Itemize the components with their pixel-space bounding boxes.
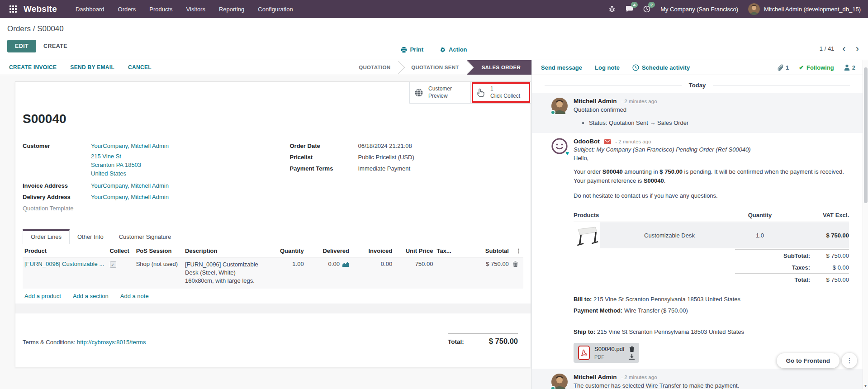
email-paragraph-2: Do not hesitate to contact us if you hav… xyxy=(574,191,849,200)
col-pos-session[interactable]: PoS Session xyxy=(134,244,183,257)
add-note-link[interactable]: Add a note xyxy=(120,293,149,299)
company-switcher[interactable]: My Company (San Francisco) xyxy=(660,6,738,13)
messages-icon[interactable]: 4 xyxy=(626,5,633,13)
go-to-frontend-button[interactable]: Go to Frontend xyxy=(777,353,840,368)
col-product[interactable]: Product xyxy=(23,244,108,257)
terms-link[interactable]: http://cybrosys:8015/terms xyxy=(77,339,146,346)
message-author[interactable]: Mitchell Admin xyxy=(574,98,617,104)
menu-visitors[interactable]: Visitors xyxy=(180,3,212,15)
following-button[interactable]: ✔ Following xyxy=(799,64,834,71)
attachment-download-icon[interactable] xyxy=(629,354,635,360)
tab-other-info[interactable]: Other Info xyxy=(70,229,111,244)
payment-method-value: Wire Transfer ($ 750.00) xyxy=(624,307,688,314)
customer-preview-button[interactable]: Customer Preview xyxy=(410,82,470,103)
col-quantity[interactable]: Quantity xyxy=(265,244,305,257)
field-payment-terms: Payment Terms Immediate Payment xyxy=(290,165,524,172)
step-sales-order[interactable]: SALES ORDER xyxy=(467,60,531,75)
click-collect-button[interactable]: 1 Click Collect xyxy=(470,82,531,103)
attachment-delete-icon[interactable] xyxy=(629,346,635,352)
col-collect[interactable]: Collect xyxy=(108,244,134,257)
email-products-table: Products Quantity VAT Excl. Customizable… xyxy=(574,209,849,285)
col-description[interactable]: Description xyxy=(183,244,265,257)
online-status-dot xyxy=(550,110,555,115)
pager-previous-icon[interactable]: ‹ xyxy=(840,46,847,52)
col-subtotal[interactable]: Subtotal xyxy=(460,244,511,257)
table-add-links: Add a product Add a section Add a note xyxy=(23,289,523,304)
customer-address[interactable]: 215 Vine St Scranton PA 18503 United Sta… xyxy=(91,152,273,178)
message-wire-transfer[interactable]: Mitchell Admin - 2 minutes ago The custo… xyxy=(532,369,863,389)
table-header-row: Product Collect PoS Session Description … xyxy=(23,244,523,257)
product-link[interactable]: [FURN_0096] Customizable ... xyxy=(24,261,104,267)
delete-line-icon[interactable] xyxy=(512,261,522,267)
pager-next-icon[interactable]: › xyxy=(854,46,861,52)
description-line-2: 160x80cm, with large legs. xyxy=(185,277,255,284)
email-total-value: $ 750.00 xyxy=(816,276,849,283)
message-author[interactable]: Mitchell Admin xyxy=(574,374,617,380)
frontend-more-icon[interactable]: ⋮ xyxy=(842,353,857,368)
send-by-email-button[interactable]: SEND BY EMAIL xyxy=(70,64,114,71)
action-label: Action xyxy=(449,46,467,53)
message-content: Mitchell Admin - 2 minutes ago Quotation… xyxy=(574,98,849,127)
menu-products[interactable]: Products xyxy=(142,3,179,15)
invoice-address-value[interactable]: YourCompany, Mitchell Admin xyxy=(91,182,169,189)
column-options-icon[interactable]: ⋮ xyxy=(516,247,522,254)
order-line-row[interactable]: [FURN_0096] Customizable ... ✓ Shop (not… xyxy=(23,257,523,289)
vertical-scrollbar[interactable]: ▼ xyxy=(863,60,868,389)
scrollbar-thumb[interactable] xyxy=(864,67,868,203)
col-invoiced[interactable]: Invoiced xyxy=(351,244,394,257)
message-author[interactable]: OdooBot xyxy=(574,138,600,145)
attachment-name[interactable]: S00040.pdf xyxy=(594,346,625,352)
scrollbar-down-arrow[interactable]: ▼ xyxy=(863,384,868,388)
activities-icon[interactable]: 2 xyxy=(643,5,650,13)
app-name[interactable]: Website xyxy=(24,4,57,14)
debug-bug-icon[interactable] xyxy=(608,5,616,13)
attachments-count: 1 xyxy=(786,64,789,71)
col-delivered[interactable]: Delivered xyxy=(306,244,351,257)
pricelist-value[interactable]: Public Pricelist (USD) xyxy=(358,154,414,161)
print-button[interactable]: Print xyxy=(401,46,423,53)
apps-grid-icon[interactable] xyxy=(7,3,19,15)
schedule-activity-label: Schedule activity xyxy=(642,64,690,71)
email-totals: SubTotal: $ 750.00 Taxes: $ 0.00 Total: … xyxy=(735,249,849,285)
payment-method-label: Payment Method: xyxy=(574,307,622,314)
terms-and-conditions: Terms & Conditions: http://cybrosys:8015… xyxy=(23,339,146,346)
paperclip-icon xyxy=(778,64,783,71)
email-subtotal-label: SubTotal: xyxy=(783,252,810,259)
send-message-button[interactable]: Send message xyxy=(541,64,582,71)
customer-preview-label: Customer Preview xyxy=(428,85,452,100)
step-quotation[interactable]: QUOTATION xyxy=(346,60,398,75)
subtotal-cell: $ 750.00 xyxy=(460,257,511,289)
breadcrumb-parent[interactable]: Orders xyxy=(7,24,31,33)
breadcrumb-current: S00040 xyxy=(37,24,64,33)
menu-orders[interactable]: Orders xyxy=(111,3,143,15)
menu-dashboard[interactable]: Dashboard xyxy=(69,3,111,15)
forecast-chart-icon[interactable] xyxy=(342,261,349,267)
col-unit-price[interactable]: Unit Price xyxy=(394,244,435,257)
menu-reporting[interactable]: Reporting xyxy=(212,3,251,15)
step-quotation-sent[interactable]: QUOTATION SENT xyxy=(398,60,467,75)
delivery-address-value[interactable]: YourCompany, Mitchell Admin xyxy=(91,194,169,200)
tab-customer-signature[interactable]: Customer Signature xyxy=(111,229,179,244)
followers-button[interactable]: 2 xyxy=(844,64,855,71)
log-note-button[interactable]: Log note xyxy=(595,64,620,71)
globe-icon xyxy=(414,88,423,97)
message-pending-order-email[interactable]: ♥ OdooBot - 2 minutes ago Subject: My Co… xyxy=(532,133,863,369)
menu-configuration[interactable]: Configuration xyxy=(251,3,299,15)
add-product-link[interactable]: Add a product xyxy=(24,293,61,299)
attachment-card[interactable]: S00040.pdf PDF xyxy=(574,343,639,363)
attachments-button[interactable]: 1 xyxy=(778,64,789,71)
collect-checkbox[interactable]: ✓ xyxy=(110,261,116,268)
message-quotation-confirmed[interactable]: Mitchell Admin - 2 minutes ago Quotation… xyxy=(532,93,863,133)
tab-order-lines[interactable]: Order Lines xyxy=(23,229,70,244)
print-action-bar: Print Action xyxy=(0,46,868,53)
address-line-2: Scranton PA 18503 xyxy=(91,161,273,169)
payment-terms-value[interactable]: Immediate Payment xyxy=(358,165,411,172)
customer-value[interactable]: YourCompany, Mitchell Admin xyxy=(91,142,169,149)
schedule-activity-button[interactable]: Schedule activity xyxy=(632,64,690,71)
action-button[interactable]: Action xyxy=(440,46,467,53)
user-menu[interactable]: Mitchell Admin (development_db_15) xyxy=(748,3,861,15)
create-invoice-button[interactable]: CREATE INVOICE xyxy=(9,64,57,71)
add-section-link[interactable]: Add a section xyxy=(73,293,109,299)
col-tax[interactable]: Tax... xyxy=(435,244,460,257)
cancel-button[interactable]: CANCEL xyxy=(128,64,152,71)
